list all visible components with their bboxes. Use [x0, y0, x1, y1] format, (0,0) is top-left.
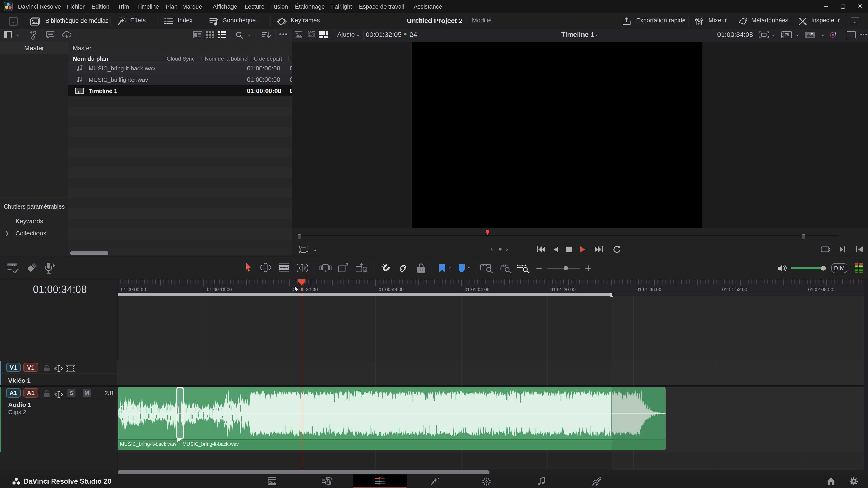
svg-text:HQ: HQ — [785, 34, 789, 36]
svg-text:01:01:04:00: 01:01:04:00 — [465, 287, 490, 292]
svg-text:01:01:36:00: 01:01:36:00 — [636, 287, 661, 292]
svg-text:01:02:08:00: 01:02:08:00 — [808, 287, 833, 292]
svg-text:01:00:48:00: 01:00:48:00 — [379, 287, 404, 292]
svg-text:01:01:20:00: 01:01:20:00 — [550, 287, 576, 292]
svg-text:01:01:52:00: 01:01:52:00 — [722, 287, 747, 292]
svg-text:01:00:16:00: 01:00:16:00 — [207, 287, 232, 292]
svg-text:01:00:00:00: 01:00:00:00 — [121, 287, 146, 292]
